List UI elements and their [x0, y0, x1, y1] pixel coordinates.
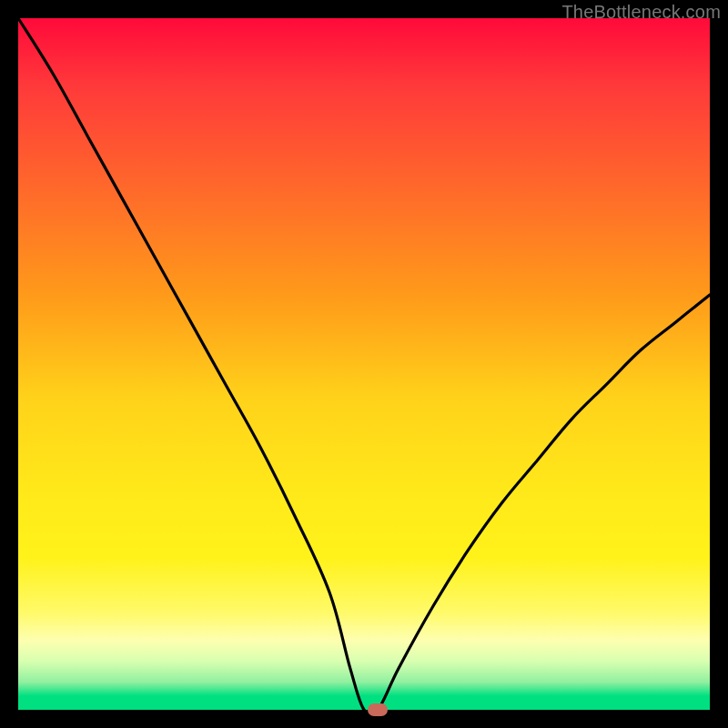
bottleneck-curve: [18, 18, 710, 710]
chart-frame: TheBottleneck.com: [0, 0, 728, 728]
minimum-marker: [368, 703, 388, 716]
plot-area: [18, 18, 710, 710]
watermark-text: TheBottleneck.com: [561, 2, 721, 23]
